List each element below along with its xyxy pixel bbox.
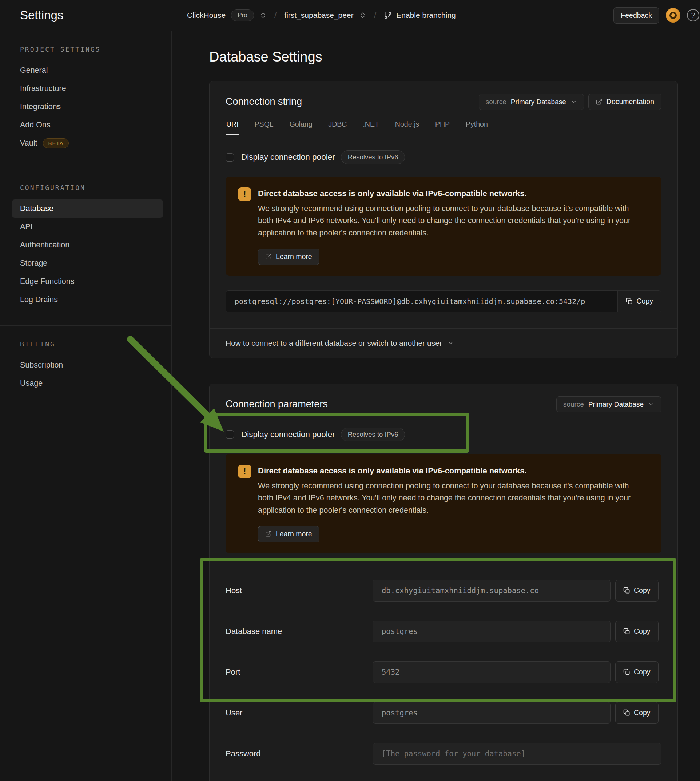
sidebar-item-storage[interactable]: Storage (12, 254, 163, 272)
copy-port-button[interactable]: Copy (615, 661, 658, 683)
tab-golang[interactable]: Golang (290, 120, 313, 135)
sidebar-item-general[interactable]: General (12, 61, 163, 79)
breadcrumb: ClickHouse Pro / first_supabase_peer / E… (172, 10, 456, 21)
external-link-icon (265, 531, 272, 537)
alert-icon: ! (238, 465, 252, 478)
copy-label: Copy (634, 586, 650, 595)
resolves-to-ipv6-badge: Resolves to IPv6 (341, 427, 405, 441)
sidebar-item-label: Edge Functions (20, 277, 74, 286)
param-row-port: Port 5432 Copy (225, 652, 662, 693)
user-avatar[interactable] (666, 8, 680, 23)
copy-label: Copy (634, 709, 650, 717)
page-title: Database Settings (209, 49, 678, 65)
sidebar-item-add-ons[interactable]: Add Ons (12, 116, 163, 134)
sidebar-item-subscription[interactable]: Subscription (12, 356, 163, 374)
param-row-database-name: Database name postgres Copy (225, 611, 662, 652)
sidebar-item-usage[interactable]: Usage (12, 374, 163, 392)
sidebar-item-label: Subscription (20, 360, 63, 370)
copy-icon (623, 587, 630, 594)
copy-icon (626, 298, 633, 305)
tab-dotnet[interactable]: .NET (363, 120, 379, 135)
feedback-button[interactable]: Feedback (613, 7, 659, 23)
documentation-label: Documentation (607, 98, 654, 106)
sidebar-item-vault[interactable]: Vault BETA (12, 134, 163, 152)
ipv6-warning-body: We strongly recommend using connection p… (258, 203, 640, 239)
param-row-host: Host db.cxhygiuitamxhniiddjm.supabase.co… (225, 570, 662, 611)
param-label: Password (225, 749, 373, 758)
connect-help-link[interactable]: How to connect to a different database o… (210, 328, 677, 358)
sidebar-item-api[interactable]: API (12, 218, 163, 236)
documentation-button[interactable]: Documentation (588, 93, 662, 110)
sidebar: PROJECT SETTINGS General Infrastructure … (0, 31, 172, 781)
tab-python[interactable]: Python (466, 120, 488, 135)
copy-host-button[interactable]: Copy (615, 580, 658, 602)
breadcrumb-project[interactable]: first_supabase_peer (284, 11, 353, 20)
connection-uri-value[interactable]: postgresql://postgres:[YOUR-PASSWORD]@db… (226, 291, 617, 312)
sidebar-section-project-settings: PROJECT SETTINGS General Infrastructure … (0, 31, 172, 169)
sidebar-item-infrastructure[interactable]: Infrastructure (12, 79, 163, 98)
source-select[interactable]: source Primary Database (556, 396, 662, 412)
copy-database-name-button[interactable]: Copy (615, 621, 658, 642)
copy-uri-button[interactable]: Copy (617, 291, 661, 312)
page-header-title: Settings (0, 8, 172, 22)
param-label: User (225, 708, 373, 718)
tab-uri[interactable]: URI (226, 120, 239, 135)
help-icon[interactable]: ? (687, 9, 699, 22)
connection-parameters-fields: Host db.cxhygiuitamxhniiddjm.supabase.co… (225, 566, 662, 781)
param-row-user: User postgres Copy (225, 693, 662, 733)
resolves-to-ipv6-badge: Resolves to IPv6 (341, 150, 405, 164)
user-value-field[interactable]: postgres (373, 702, 611, 724)
external-link-icon (265, 253, 272, 260)
params-highlighted-fields: Host db.cxhygiuitamxhniiddjm.supabase.co… (225, 570, 662, 693)
copy-label: Copy (636, 297, 653, 305)
database-name-value-field[interactable]: postgres (373, 621, 611, 642)
display-connection-pooler-checkbox[interactable] (225, 153, 234, 162)
sidebar-item-label: Vault (20, 139, 37, 148)
sidebar-item-authentication[interactable]: Authentication (12, 236, 163, 254)
connection-string-card: Connection string source Primary Databas… (209, 81, 678, 358)
sidebar-item-database[interactable]: Database (12, 199, 163, 218)
learn-more-button[interactable]: Learn more (258, 249, 320, 265)
sidebar-item-label: Infrastructure (20, 84, 66, 93)
learn-more-label: Learn more (276, 252, 312, 261)
sidebar-item-log-drains[interactable]: Log Drains (12, 290, 163, 309)
sidebar-item-label: Integrations (20, 102, 61, 111)
feedback-label: Feedback (621, 11, 652, 20)
tab-nodejs[interactable]: Node.js (395, 120, 419, 135)
ipv6-warning-body: We strongly recommend using connection p… (258, 480, 640, 516)
tab-jdbc[interactable]: JDBC (328, 120, 347, 135)
tab-psql[interactable]: PSQL (255, 120, 273, 135)
learn-more-button[interactable]: Learn more (258, 526, 320, 542)
alert-icon: ! (238, 187, 252, 201)
copy-icon (623, 709, 630, 716)
chevrons-up-down-icon[interactable] (259, 12, 267, 19)
sidebar-section-billing: BILLING Subscription Usage (0, 325, 172, 409)
topbar-right: Feedback ? (613, 7, 695, 23)
learn-more-label: Learn more (276, 530, 312, 538)
copy-user-button[interactable]: Copy (615, 702, 658, 724)
sidebar-item-label: API (20, 222, 33, 232)
source-select[interactable]: source Primary Database (479, 93, 584, 110)
source-select-value: Primary Database (511, 98, 566, 106)
connection-string-title: Connection string (225, 96, 302, 107)
tab-php[interactable]: PHP (435, 120, 450, 135)
host-value-field[interactable]: db.cxhygiuitamxhniiddjm.supabase.co (373, 580, 611, 602)
breadcrumb-org[interactable]: ClickHouse (187, 11, 225, 20)
topbar: Settings ClickHouse Pro / first_supabase… (0, 0, 700, 31)
connection-uri-block: postgresql://postgres:[YOUR-PASSWORD]@db… (225, 290, 662, 312)
sidebar-item-edge-functions[interactable]: Edge Functions (12, 272, 163, 290)
breadcrumb-separator: / (372, 10, 379, 20)
sidebar-item-label: Authentication (20, 240, 70, 250)
sidebar-item-integrations[interactable]: Integrations (12, 98, 163, 116)
chevrons-up-down-icon[interactable] (359, 12, 367, 19)
port-value-field[interactable]: 5432 (373, 661, 611, 683)
param-label: Database name (225, 627, 373, 636)
sidebar-section-title: PROJECT SETTINGS (0, 45, 172, 53)
copy-icon (623, 669, 630, 676)
enable-branching-button[interactable]: Enable branching (384, 11, 455, 20)
params-pooler-row: Display connection pooler Resolves to IP… (225, 427, 405, 441)
password-value-field[interactable]: [The password for your database] (373, 743, 662, 764)
sidebar-item-label: Usage (20, 379, 43, 388)
ipv6-warning-panel: ! Direct database access is only availab… (225, 454, 662, 553)
display-connection-pooler-checkbox[interactable] (225, 430, 234, 439)
